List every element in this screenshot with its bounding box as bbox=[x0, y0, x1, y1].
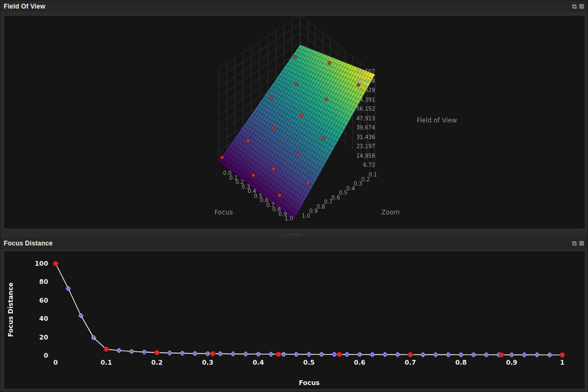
field-of-view-titlebar[interactable]: Field Of View ⧉ ⊠ bbox=[1, 1, 587, 12]
close-panel-icon[interactable]: ⊠ bbox=[579, 3, 584, 10]
field-of-view-surface-plot[interactable] bbox=[4, 16, 585, 228]
titlebar-icons: ⧉ ⊠ bbox=[572, 3, 584, 10]
panel-field-of-view: Field Of View ⧉ ⊠ bbox=[1, 1, 587, 228]
focus-distance-plot-area bbox=[4, 251, 585, 389]
app-root: Field Of View ⧉ ⊠ ······ Focus Distance … bbox=[0, 0, 588, 392]
panel-title: Field Of View bbox=[4, 3, 45, 10]
close-panel-icon[interactable]: ⊠ bbox=[579, 240, 584, 247]
panel-focus-distance: Focus Distance ⧉ ⊠ bbox=[1, 237, 587, 389]
titlebar-icons: ⧉ ⊠ bbox=[572, 240, 584, 247]
focus-distance-titlebar[interactable]: Focus Distance ⧉ ⊠ bbox=[1, 237, 587, 249]
field-of-view-plot-area bbox=[4, 16, 585, 228]
focus-distance-curve-plot[interactable] bbox=[4, 251, 585, 389]
panel-title: Focus Distance bbox=[4, 240, 53, 247]
float-panel-icon[interactable]: ⧉ bbox=[572, 3, 577, 10]
panel-splitter[interactable]: ······ bbox=[1, 232, 587, 237]
float-panel-icon[interactable]: ⧉ bbox=[572, 240, 577, 247]
splitter-grip-icon: ······ bbox=[287, 233, 301, 236]
